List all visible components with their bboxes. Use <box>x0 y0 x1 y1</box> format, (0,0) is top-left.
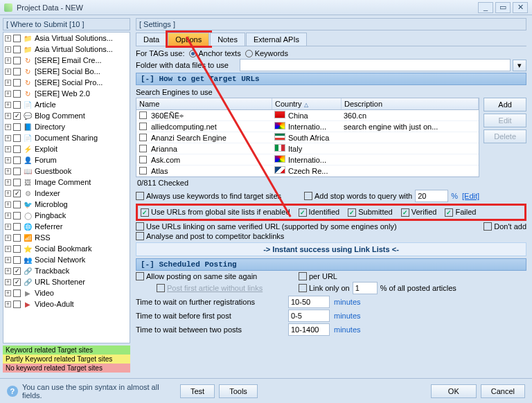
maximize-button[interactable]: ▭ <box>495 2 511 13</box>
tab-notes[interactable]: Notes <box>210 33 245 46</box>
engine-tree[interactable]: + 📁 Asia Virtual Solutions...+ 📁 Asia Vi… <box>3 32 130 343</box>
item-checkbox[interactable] <box>13 79 21 87</box>
sidebar-item[interactable]: + 🐦 Microblog <box>3 199 130 210</box>
item-checkbox[interactable] <box>13 278 21 286</box>
chk-global-lists[interactable] <box>141 208 149 217</box>
item-checkbox[interactable] <box>13 234 21 242</box>
item-checkbox[interactable] <box>13 134 21 142</box>
expand-icon[interactable]: + <box>5 35 11 42</box>
sidebar-item[interactable]: + 👥 Social Network <box>3 254 130 265</box>
sidebar-item[interactable]: + 📖 Guestbook <box>3 165 130 177</box>
item-checkbox[interactable] <box>13 168 21 175</box>
sidebar-item[interactable]: + ▶ Video-Adult <box>3 298 130 310</box>
delete-button[interactable]: Delete <box>484 129 526 143</box>
expand-icon[interactable]: + <box>5 135 11 141</box>
item-checkbox[interactable] <box>13 145 21 153</box>
sidebar-item[interactable]: + 📘 Directory <box>3 121 130 132</box>
cancel-button[interactable]: Cancel <box>481 384 525 398</box>
row-checkbox[interactable] <box>139 156 147 163</box>
sidebar-item[interactable]: + 📶 RSS <box>3 232 130 243</box>
expand-icon[interactable]: + <box>5 113 11 119</box>
chk-same-url[interactable] <box>136 222 144 231</box>
item-checkbox[interactable] <box>13 46 21 53</box>
link-only-n[interactable] <box>353 282 378 294</box>
minimize-button[interactable]: _ <box>478 2 493 13</box>
item-checkbox[interactable] <box>13 68 21 75</box>
item-checkbox[interactable] <box>13 90 21 98</box>
sidebar-item[interactable]: + ⚙ Indexer <box>3 188 130 199</box>
sidebar-item[interactable]: + 🔗 Trackback <box>3 265 130 276</box>
sidebar-item[interactable]: + 📁 Asia Virtual Solutions... <box>3 44 130 55</box>
edit-button[interactable]: Edit <box>484 114 526 127</box>
chk-dont-add[interactable] <box>484 222 492 231</box>
item-checkbox[interactable] <box>13 179 21 186</box>
folder-input[interactable] <box>240 59 511 71</box>
test-button[interactable]: Test <box>180 384 215 398</box>
row-checkbox[interactable] <box>139 134 147 141</box>
item-checkbox[interactable] <box>13 256 21 264</box>
table-row[interactable]: Arianna Italy <box>136 143 479 154</box>
tab-data[interactable]: Data <box>136 33 167 46</box>
item-checkbox[interactable] <box>13 245 21 253</box>
table-row[interactable]: Ask.com Internatio... <box>136 154 479 165</box>
chk-link-only[interactable] <box>299 284 307 292</box>
table-row[interactable]: Atlas Czech Re... <box>136 165 479 177</box>
col-name[interactable]: Name <box>136 98 272 109</box>
expand-icon[interactable]: + <box>5 157 11 163</box>
expand-icon[interactable]: + <box>5 168 11 174</box>
lbl-post-first[interactable]: Post first article without links <box>167 284 299 292</box>
item-checkbox[interactable] <box>13 35 21 42</box>
sidebar-item[interactable]: + ⭐ Social Bookmark <box>3 243 130 254</box>
chk-analyse[interactable] <box>136 232 144 240</box>
table-row[interactable]: alliedcomputing.net Internatio... search… <box>136 121 479 132</box>
expand-icon[interactable]: + <box>5 290 11 296</box>
row-checkbox[interactable] <box>139 167 147 174</box>
item-checkbox[interactable] <box>13 223 21 231</box>
item-checkbox[interactable] <box>13 101 21 109</box>
expand-icon[interactable]: + <box>5 179 11 186</box>
item-checkbox[interactable] <box>13 212 21 220</box>
sidebar-item[interactable]: + ▶ Video <box>3 287 130 298</box>
expand-icon[interactable]: + <box>5 257 11 263</box>
table-row[interactable]: Ananzi Search Engine South Africa <box>136 132 479 143</box>
sidebar-item[interactable]: + ◯ Pingback <box>3 210 130 221</box>
sidebar-item[interactable]: + ↻ [SERE] Web 2.0 <box>3 88 130 99</box>
expand-icon[interactable]: + <box>5 246 11 252</box>
item-checkbox[interactable] <box>13 123 21 131</box>
edit-link[interactable]: [Edit] <box>462 192 479 200</box>
add-button[interactable]: Add <box>484 98 526 111</box>
sidebar-item[interactable]: + ↻ [SERE] Social Bo... <box>3 66 130 77</box>
expand-icon[interactable]: + <box>5 91 11 97</box>
row-checkbox[interactable] <box>139 145 147 152</box>
col-description[interactable]: Description <box>342 98 479 109</box>
wait-first-input[interactable] <box>288 310 330 322</box>
expand-icon[interactable]: + <box>5 190 11 197</box>
expand-icon[interactable]: + <box>5 80 11 86</box>
chk-submitted[interactable] <box>348 208 356 217</box>
expand-icon[interactable]: + <box>5 202 11 208</box>
sidebar-item[interactable]: + 🔗 URL Shortener <box>3 276 130 287</box>
expand-icon[interactable]: + <box>5 224 11 230</box>
chk-verified[interactable] <box>401 208 409 217</box>
scheduled-header[interactable]: [-] Scheduled Posting <box>136 258 526 271</box>
close-button[interactable]: ✕ <box>513 2 528 13</box>
expand-icon[interactable]: + <box>5 213 11 219</box>
item-checkbox[interactable] <box>13 112 21 120</box>
row-checkbox[interactable] <box>139 111 147 119</box>
item-checkbox[interactable] <box>13 57 21 64</box>
sidebar-item[interactable]: + 🌐 Referrer <box>3 221 130 232</box>
expand-icon[interactable]: + <box>5 146 11 152</box>
sidebar-item[interactable]: + 🖼 Image Comment <box>3 177 130 188</box>
expand-icon[interactable]: + <box>5 102 11 108</box>
table-row[interactable]: 360ËÑË÷ China 360.cn <box>136 110 479 121</box>
item-checkbox[interactable] <box>13 267 21 275</box>
expand-icon[interactable]: + <box>5 279 11 285</box>
sidebar-header[interactable]: [ Where to Submit [10 ] <box>3 18 130 30</box>
folder-dropdown[interactable]: ▾ <box>513 60 526 71</box>
expand-icon[interactable]: + <box>5 46 11 53</box>
chk-always-keywords[interactable] <box>136 192 144 200</box>
sidebar-item[interactable]: + 💬 Blog Comment <box>3 110 130 121</box>
stop-words-count[interactable] <box>415 190 448 202</box>
expand-icon[interactable]: + <box>5 235 11 241</box>
targets-header[interactable]: [-] How to get Target URLs <box>136 73 526 85</box>
